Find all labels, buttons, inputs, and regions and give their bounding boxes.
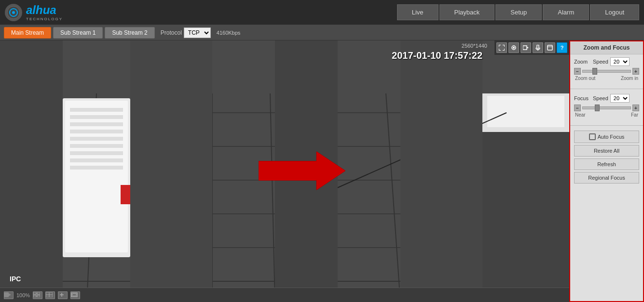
svg-rect-58 (4, 292, 9, 297)
svg-rect-39 (400, 40, 482, 302)
svg-rect-25 (70, 122, 123, 126)
logo-subtitle: TECHNOLOGY (26, 17, 63, 21)
bottom-toolbar: 100% (0, 288, 569, 302)
svg-rect-36 (0, 40, 63, 302)
svg-rect-37 (130, 40, 212, 302)
zoom-slider-container: − + (574, 68, 639, 75)
tab-setup[interactable]: Setup (495, 4, 542, 20)
zoom-slider-track[interactable] (582, 70, 631, 73)
help-icon[interactable]: ? (557, 42, 567, 53)
focus-speed-label: Speed (593, 95, 608, 101)
focus-slider-thumb[interactable] (595, 105, 600, 111)
zoom-out-label: Zoom out (575, 76, 595, 81)
audio-icon[interactable] (533, 42, 543, 53)
zoom-labels: Zoom out Zoom in (574, 76, 639, 81)
svg-rect-26 (70, 130, 123, 133)
focus-label: Focus (574, 95, 591, 101)
far-label: Far (631, 112, 638, 118)
protocol-select[interactable]: TCP UDP (184, 27, 211, 38)
svg-rect-47 (499, 49, 499, 51)
svg-rect-52 (523, 46, 527, 50)
svg-rect-40 (482, 132, 569, 302)
svg-point-2 (12, 11, 15, 14)
zoom-increase-button[interactable]: + (632, 68, 639, 75)
video-area: 2017-01-10 17:57:22 2560*1440 IPC (0, 40, 569, 302)
red-arrow-indicator (259, 151, 345, 191)
svg-rect-60 (33, 292, 36, 294)
record-button[interactable] (4, 291, 14, 299)
ipc-label: IPC (10, 275, 21, 283)
logo-text-block: alhua TECHNOLOGY (26, 3, 63, 21)
settings-icon[interactable] (545, 42, 555, 53)
focus-decrease-button[interactable]: − (574, 105, 581, 111)
resolution-tag: 2560*1440 (462, 43, 487, 49)
zoom-slider-thumb[interactable] (592, 68, 597, 75)
svg-rect-24 (70, 115, 123, 119)
focus-slider-track[interactable] (582, 106, 631, 109)
sub-stream-1-button[interactable]: Sub Stream 1 (53, 27, 103, 39)
restore-all-button[interactable]: Restore All (574, 145, 639, 157)
svg-rect-49 (504, 49, 505, 51)
focus-labels: Near Far (574, 112, 639, 118)
svg-rect-31 (70, 166, 123, 170)
snapshot-icon[interactable] (508, 42, 519, 53)
add-icon[interactable] (58, 291, 68, 299)
panel-title: Zoom and Focus (570, 41, 643, 54)
nav-tabs: Live Playback Setup Alarm Logout (397, 4, 639, 20)
svg-rect-29 (70, 151, 123, 155)
zoom-label: Zoom (574, 59, 591, 65)
focus-slider-container: − + (574, 105, 639, 111)
record-icon[interactable] (521, 42, 531, 53)
divider-2 (570, 125, 643, 126)
bitrate-display: 4160Kbps (217, 30, 241, 36)
header: alhua TECHNOLOGY Live Playback Setup Ala… (0, 0, 644, 25)
focus-section: Focus Speed 20 10 30 − + Near Far (570, 91, 643, 123)
tab-logout[interactable]: Logout (590, 4, 639, 20)
focus-increase-button[interactable]: + (632, 105, 639, 111)
svg-rect-54 (537, 45, 539, 49)
svg-point-51 (513, 47, 515, 49)
logo: alhua TECHNOLOGY (5, 3, 82, 21)
layout-icon[interactable] (45, 291, 55, 299)
tab-playback[interactable]: Playback (439, 4, 495, 20)
svg-rect-27 (70, 137, 123, 141)
svg-rect-56 (548, 45, 552, 50)
focus-speed-row: Focus Speed 20 10 30 (574, 94, 639, 103)
svg-rect-34 (487, 96, 564, 127)
zoom-section: Zoom Speed 20 10 30 − + Zoom out Zoom in (570, 54, 643, 87)
logo-icon (5, 4, 22, 21)
svg-rect-30 (70, 158, 123, 162)
svg-rect-61 (37, 292, 40, 294)
near-label: Near (575, 112, 586, 118)
zoom-in-label: Zoom in (621, 76, 638, 81)
fullscreen-icon[interactable] (496, 42, 507, 53)
svg-marker-41 (259, 151, 345, 190)
auto-focus-label: Auto Focus (598, 134, 625, 140)
tab-alarm[interactable]: Alarm (543, 4, 589, 20)
svg-rect-23 (70, 108, 123, 112)
protocol-label: Protocol (161, 29, 182, 36)
grid-icon[interactable] (33, 291, 42, 299)
auto-focus-icon (589, 133, 596, 140)
svg-rect-43 (499, 45, 499, 47)
logo-brand: alhua (26, 3, 63, 17)
zoom-speed-label: Speed (593, 59, 608, 65)
svg-rect-28 (70, 144, 123, 148)
svg-rect-45 (504, 45, 505, 47)
refresh-button[interactable]: Refresh (574, 158, 639, 170)
regional-focus-button[interactable]: Regional Focus (574, 172, 639, 184)
tab-live[interactable]: Live (397, 4, 438, 20)
expand-icon[interactable] (70, 291, 80, 299)
panel-buttons: Auto Focus Restore All Refresh Regional … (570, 128, 643, 188)
svg-rect-63 (37, 295, 40, 297)
sub-stream-2-button[interactable]: Sub Stream 2 (105, 27, 154, 39)
zoom-decrease-button[interactable]: − (574, 68, 581, 75)
main-content: 2017-01-10 17:57:22 2560*1440 IPC (0, 40, 644, 302)
zoom-speed-select[interactable]: 20 10 30 (610, 57, 630, 66)
top-icon-bar: ? (494, 40, 569, 55)
stream-bar: Main Stream Sub Stream 1 Sub Stream 2 Pr… (0, 25, 644, 40)
main-stream-button[interactable]: Main Stream (4, 27, 51, 39)
zoom-level: 100% (16, 292, 30, 298)
auto-focus-button[interactable]: Auto Focus (574, 131, 639, 143)
focus-speed-select[interactable]: 20 10 30 (610, 94, 630, 103)
